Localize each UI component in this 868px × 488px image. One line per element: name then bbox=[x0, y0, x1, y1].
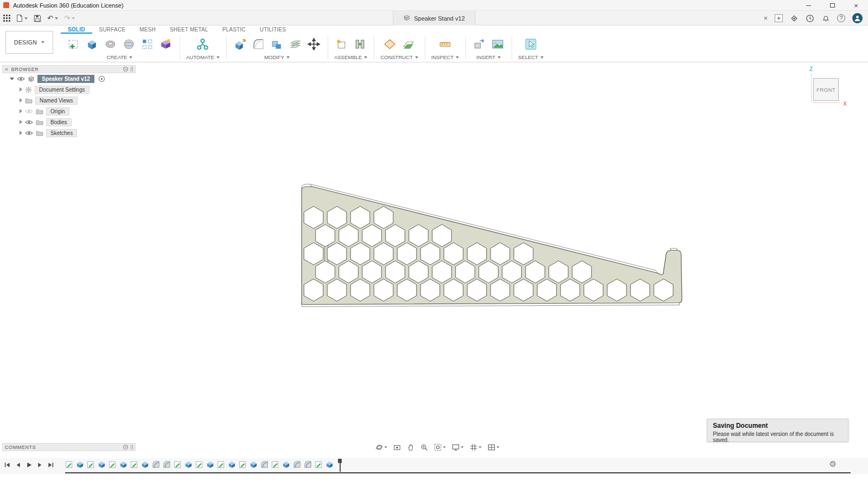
select-icon[interactable] bbox=[524, 37, 538, 52]
step-back-button[interactable] bbox=[14, 460, 23, 470]
construct-plane-icon[interactable] bbox=[382, 37, 397, 52]
press-pull-icon[interactable] bbox=[233, 37, 247, 52]
browser-item-named-views[interactable]: Named Views bbox=[2, 95, 136, 106]
file-menu-button[interactable] bbox=[16, 14, 28, 22]
pattern-icon[interactable] bbox=[140, 37, 155, 52]
tab-solid[interactable]: SOLID bbox=[61, 25, 92, 34]
minimize-button[interactable] bbox=[796, 0, 820, 11]
job-status-clock-icon[interactable] bbox=[806, 14, 814, 23]
viewcube[interactable]: Z FRONT X bbox=[806, 66, 847, 108]
play-button[interactable] bbox=[24, 460, 34, 470]
visibility-eye-icon[interactable] bbox=[25, 109, 33, 114]
move-icon[interactable] bbox=[307, 37, 321, 52]
tab-mesh[interactable]: MESH bbox=[132, 25, 163, 34]
joint-icon[interactable] bbox=[353, 37, 367, 52]
zoom-button[interactable] bbox=[418, 442, 430, 452]
redo-button[interactable]: ↷ bbox=[64, 15, 75, 22]
timeline-feature-sketch-icon[interactable] bbox=[195, 460, 203, 468]
expand-arrow-icon[interactable] bbox=[20, 109, 22, 113]
insert-menu[interactable]: INSERT bbox=[476, 53, 501, 61]
skip-to-end-button[interactable] bbox=[46, 460, 55, 470]
activate-component-radio[interactable] bbox=[99, 76, 105, 82]
expand-arrow-icon[interactable] bbox=[20, 98, 22, 102]
tab-surface[interactable]: SURFACE bbox=[92, 25, 133, 34]
timeline-feature-extrude-icon[interactable] bbox=[184, 460, 193, 468]
modify-menu[interactable]: MODIFY bbox=[264, 53, 290, 61]
document-tab[interactable]: Speaker Stand v12 bbox=[393, 11, 475, 25]
browser-item-label[interactable]: Named Views bbox=[35, 97, 78, 105]
timeline-feature-sketch-icon[interactable] bbox=[174, 460, 182, 468]
notifications-bell-icon[interactable] bbox=[821, 14, 830, 23]
inspect-menu[interactable]: INSPECT bbox=[431, 53, 459, 61]
visibility-eye-icon[interactable] bbox=[25, 131, 33, 136]
visibility-eye-icon[interactable] bbox=[25, 120, 33, 125]
timeline-feature-fillet-icon[interactable] bbox=[304, 460, 312, 468]
comments-header[interactable]: COMMENTS bbox=[2, 443, 136, 451]
timeline-feature-fillet-icon[interactable] bbox=[163, 460, 171, 468]
timeline-feature-extrude-icon[interactable] bbox=[282, 460, 290, 468]
extensions-icon[interactable] bbox=[790, 14, 799, 23]
new-tab-button[interactable]: + bbox=[775, 14, 783, 22]
create-sketch-icon[interactable] bbox=[66, 37, 81, 52]
timeline-feature-extrude-icon[interactable] bbox=[250, 460, 258, 468]
new-component-icon[interactable] bbox=[334, 37, 349, 52]
browser-item-bodies[interactable]: Bodies bbox=[2, 117, 136, 127]
panel-grip-icon[interactable] bbox=[131, 67, 133, 72]
combine-icon[interactable] bbox=[270, 37, 284, 52]
browser-header[interactable]: « BROWSER bbox=[2, 65, 136, 73]
expand-arrow-icon[interactable] bbox=[20, 87, 22, 92]
expand-arrow-icon[interactable] bbox=[20, 120, 22, 124]
insert-derive-icon[interactable] bbox=[472, 37, 487, 52]
timeline-feature-extrude-icon[interactable] bbox=[76, 460, 84, 468]
hide-panel-icon[interactable] bbox=[123, 445, 128, 450]
root-component-label[interactable]: Speaker Stand v12 bbox=[37, 75, 94, 83]
timeline-settings-gear-icon[interactable]: ⚙ bbox=[829, 460, 837, 468]
collapse-panel-icon[interactable]: « bbox=[5, 66, 9, 72]
construct-menu[interactable]: CONSTRUCT bbox=[380, 53, 418, 61]
automate-menu[interactable]: AUTOMATE bbox=[186, 53, 220, 61]
close-window-button[interactable]: × bbox=[844, 0, 868, 11]
orbit-button[interactable] bbox=[373, 442, 390, 452]
browser-item-label[interactable]: Document Settings bbox=[35, 86, 90, 94]
timeline-feature-sketch-icon[interactable] bbox=[315, 460, 323, 468]
grid-snap-button[interactable] bbox=[468, 442, 484, 452]
timeline-feature-sketch-icon[interactable] bbox=[65, 460, 73, 468]
timeline-feature-sketch-icon[interactable] bbox=[87, 460, 95, 468]
app-grid-icon[interactable] bbox=[3, 15, 10, 22]
assemble-menu[interactable]: ASSEMBLE bbox=[334, 53, 367, 61]
timeline-feature-sketch-icon[interactable] bbox=[239, 460, 247, 468]
timeline-feature-sketch-icon[interactable] bbox=[217, 460, 225, 468]
timeline-feature-extrude-icon[interactable] bbox=[326, 460, 334, 468]
insert-image-icon[interactable] bbox=[490, 37, 505, 52]
hide-panel-icon[interactable] bbox=[123, 67, 128, 72]
measure-icon[interactable] bbox=[438, 37, 452, 52]
help-icon[interactable]: ? bbox=[837, 14, 845, 22]
viewports-button[interactable] bbox=[486, 442, 502, 452]
browser-item-label[interactable]: Origin bbox=[46, 107, 69, 115]
pan-button[interactable] bbox=[405, 442, 417, 452]
timeline-marker-handle[interactable] bbox=[338, 459, 342, 463]
timeline-feature-extrude-icon[interactable] bbox=[98, 460, 106, 468]
browser-item-label[interactable]: Bodies bbox=[46, 118, 72, 126]
timeline-feature-extrude-icon[interactable] bbox=[206, 460, 214, 468]
maximize-button[interactable] bbox=[820, 0, 844, 11]
look-at-button[interactable] bbox=[391, 442, 403, 452]
browser-item-sketches[interactable]: Sketches bbox=[2, 127, 136, 138]
timeline-feature-extrude-icon[interactable] bbox=[119, 460, 127, 468]
save-button[interactable] bbox=[34, 15, 41, 22]
fit-button[interactable] bbox=[432, 442, 448, 452]
timeline-feature-extrude-icon[interactable] bbox=[141, 460, 149, 468]
timeline-feature-fillet-icon[interactable] bbox=[260, 460, 269, 468]
expand-arrow-icon[interactable] bbox=[20, 131, 22, 135]
close-tab-icon[interactable]: × bbox=[763, 14, 768, 22]
tab-plastic[interactable]: PLASTIC bbox=[215, 25, 253, 34]
visibility-eye-icon[interactable] bbox=[17, 76, 25, 81]
timeline-feature-sketch-icon[interactable] bbox=[108, 460, 117, 468]
timeline-feature-sketch-icon[interactable] bbox=[271, 460, 279, 468]
timeline-feature-sketch-icon[interactable] bbox=[130, 460, 138, 468]
timeline-feature-fillet-icon[interactable] bbox=[293, 460, 301, 468]
viewcube-front-face[interactable]: FRONT bbox=[813, 78, 839, 101]
tab-sheet-metal[interactable]: SHEET METAL bbox=[163, 25, 215, 34]
step-forward-button[interactable] bbox=[35, 460, 44, 470]
skip-to-start-button[interactable] bbox=[3, 460, 12, 470]
